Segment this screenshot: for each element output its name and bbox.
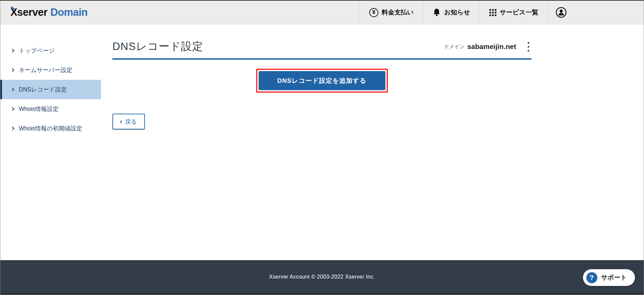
sidebar-item-top-page[interactable]: トップページ bbox=[0, 41, 101, 60]
sidebar-item-dns-record-settings[interactable]: DNSレコード設定 bbox=[0, 80, 101, 99]
bell-icon bbox=[433, 8, 441, 17]
back-button-label: 戻る bbox=[125, 118, 137, 126]
account-menu-item[interactable] bbox=[548, 1, 644, 24]
chevron-right-icon bbox=[10, 49, 14, 52]
add-dns-record-button[interactable]: DNSレコード設定を追加する bbox=[259, 71, 385, 90]
kebab-menu-button[interactable] bbox=[526, 41, 531, 53]
services-menu-item[interactable]: サービス一覧 bbox=[480, 1, 548, 24]
yen-circle-icon: ¥ bbox=[369, 8, 378, 17]
domain-label: ドメイン bbox=[444, 44, 465, 50]
sidebar-item-nameserver-settings[interactable]: ネームサーバー設定 bbox=[0, 60, 101, 80]
chevron-right-icon bbox=[10, 107, 14, 111]
services-label: サービス一覧 bbox=[500, 8, 538, 17]
logo-brand: XserverDomain bbox=[10, 6, 88, 18]
copyright-text: Xserver Account © 2003-2022 Xserver Inc. bbox=[269, 274, 375, 280]
app-window: XserverDomain ¥ 料金支払い お知らせ サービス一覧 bbox=[0, 0, 644, 295]
sidebar-item-label: DNSレコード設定 bbox=[19, 85, 67, 94]
page-title: DNSレコード設定 bbox=[112, 39, 203, 54]
user-icon bbox=[555, 7, 567, 18]
sidebar-item-whois-settings[interactable]: Whois情報設定 bbox=[0, 99, 101, 119]
grid-icon bbox=[489, 9, 496, 16]
header-menu: ¥ 料金支払い お知らせ サービス一覧 bbox=[360, 1, 644, 24]
support-button[interactable]: ? サポート bbox=[583, 269, 635, 286]
logo[interactable]: XserverDomain bbox=[0, 1, 88, 24]
logo-product: Domain bbox=[50, 6, 88, 18]
header: XserverDomain ¥ 料金支払い お知らせ サービス一覧 bbox=[0, 1, 644, 24]
domain-value: sabameijin.net bbox=[467, 43, 516, 51]
main-content: DNSレコード設定 ドメイン sabameijin.net DNSレコード設定を… bbox=[101, 24, 644, 260]
domain-box: ドメイン sabameijin.net bbox=[444, 41, 531, 53]
notifications-label: お知らせ bbox=[444, 8, 470, 17]
sidebar: トップページ ネームサーバー設定 DNSレコード設定 Whois情報設定 Who… bbox=[0, 24, 101, 260]
chevron-left-icon bbox=[120, 120, 123, 123]
sidebar-item-whois-default-settings[interactable]: Whois情報の初期値設定 bbox=[0, 119, 101, 138]
payment-label: 料金支払い bbox=[382, 8, 414, 17]
sidebar-item-label: トップページ bbox=[19, 47, 55, 55]
support-label: サポート bbox=[601, 273, 627, 282]
title-underline bbox=[112, 58, 531, 60]
payment-menu-item[interactable]: ¥ 料金支払い bbox=[360, 1, 423, 24]
question-icon: ? bbox=[586, 272, 597, 283]
chevron-right-icon bbox=[10, 126, 14, 130]
sidebar-item-label: Whois情報設定 bbox=[19, 105, 59, 113]
sidebar-item-label: ネームサーバー設定 bbox=[19, 66, 72, 74]
sidebar-item-label: Whois情報の初期値設定 bbox=[19, 124, 82, 132]
annotation-highlight-box: DNSレコード設定を追加する bbox=[256, 69, 388, 93]
back-button[interactable]: 戻る bbox=[112, 114, 145, 129]
footer: Xserver Account © 2003-2022 Xserver Inc. bbox=[0, 260, 644, 295]
chevron-right-icon bbox=[10, 87, 14, 91]
notifications-menu-item[interactable]: お知らせ bbox=[423, 1, 479, 24]
chevron-right-icon bbox=[10, 68, 14, 72]
